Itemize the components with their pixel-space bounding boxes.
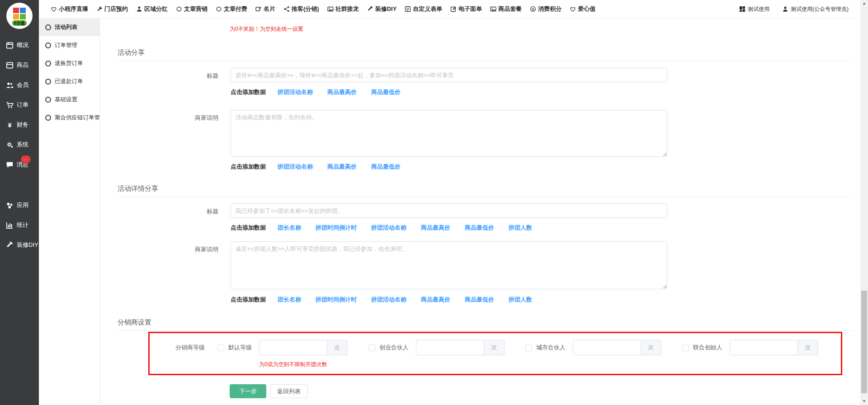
scroll-up-arrow-icon[interactable]: ▲ — [860, 0, 868, 7]
times-input-group: 次 — [416, 340, 505, 355]
account-menu[interactable]: 测试使用(公众号管理员) — [776, 5, 855, 13]
insert-link-min-price[interactable]: 商品最低价 — [371, 163, 401, 171]
insert-link-leader-name[interactable]: 团长名称 — [278, 224, 301, 232]
heart-icon — [51, 6, 57, 12]
insert-link-countdown[interactable]: 拼团时间倒计时 — [316, 224, 357, 232]
share-desc-textarea[interactable] — [231, 110, 667, 157]
radio-circle-icon — [45, 61, 51, 66]
sub-item-label: 活动列表 — [55, 24, 77, 31]
nav-item-referrer-distribution[interactable]: 推客(分销) — [279, 5, 323, 13]
insert-link-group-activity-name[interactable]: 拼团活动名称 — [278, 163, 313, 171]
sub-item-supply-chain-orders[interactable]: 聚合供应链订单管理 — [39, 108, 99, 127]
nav-item-label: 自定义表单 — [413, 5, 442, 13]
checkbox-default-level[interactable] — [217, 344, 224, 351]
checkbox-label: 创业合伙人 — [379, 344, 409, 352]
sub-item-label: 已退款订单 — [55, 78, 83, 85]
insert-link-min-price[interactable]: 商品最低价 — [371, 88, 401, 96]
nav-item-store-booking[interactable]: 门店预约 — [92, 5, 132, 13]
insert-link-max-price[interactable]: 商品最高价 — [327, 163, 357, 171]
nav-item-label: 区域分红 — [144, 5, 168, 13]
scroll-down-arrow-icon[interactable]: ▼ — [860, 398, 868, 405]
sidebar-item-label: 统计 — [17, 221, 28, 229]
nav-item-business-card[interactable]: 名片 — [251, 5, 279, 13]
back-to-list-button[interactable]: 返回列表 — [270, 384, 308, 398]
default-level-times-input[interactable] — [259, 340, 327, 355]
nav-item-label: 文章付费 — [224, 5, 247, 13]
checkbox-label: 默认等级 — [228, 344, 252, 352]
sub-item-order-management[interactable]: 订单管理 — [39, 36, 99, 54]
insert-link-leader-name[interactable]: 团长名称 — [278, 296, 301, 304]
sidebar-item-system[interactable]: 系统 — [0, 135, 39, 155]
vertical-scrollbar[interactable]: ▲ ▼ — [860, 0, 868, 405]
insert-link-group-size[interactable]: 拼团人数 — [509, 296, 532, 304]
insert-link-max-price[interactable]: 商品最高价 — [327, 88, 357, 96]
sidebar-item-statistics[interactable]: 统计 — [0, 215, 39, 235]
nav-item-article-marketing[interactable]: 文章营销 — [172, 5, 212, 13]
insert-link-min-price[interactable]: 商品最低价 — [465, 296, 494, 304]
image-icon — [490, 6, 496, 12]
times-input-group: 次 — [573, 340, 661, 355]
sidebar-item-decorate-diy[interactable]: 装修DIY — [0, 235, 39, 255]
nav-item-e-waybill[interactable]: 电子面单 — [446, 5, 486, 13]
nav-item-group-chain[interactable]: 社群接龙 — [323, 5, 363, 13]
startup-partner-times-input[interactable] — [416, 340, 484, 355]
nav-item-article-pay[interactable]: 文章付费 — [212, 5, 251, 13]
nav-item-consume-points[interactable]: 消费积分 — [526, 5, 566, 13]
insert-link-max-price[interactable]: 商品最高价 — [421, 224, 450, 232]
section-title-activity-share: 活动分享 — [118, 48, 852, 61]
sidebar-item-members[interactable]: 会员 — [0, 75, 39, 95]
insert-link-group-activity-name[interactable]: 拼团活动名称 — [371, 224, 406, 232]
workspace-switcher[interactable]: 测试使用 — [733, 5, 776, 13]
add-data-row: 点击添加数据 拼团活动名称 商品最高价 商品最低价 — [231, 163, 860, 171]
checkbox-startup-partner[interactable] — [368, 344, 375, 351]
sidebar-item-orders[interactable]: 订单 — [0, 95, 39, 115]
next-step-button[interactable]: 下一步 — [230, 384, 266, 398]
nav-item-love-value[interactable]: 爱心值 — [566, 5, 599, 13]
detail-title-input[interactable] — [231, 203, 667, 218]
checkbox-city-partner[interactable] — [525, 344, 532, 351]
share-title-input[interactable] — [231, 68, 667, 82]
bar-chart-icon — [6, 221, 14, 229]
nav-item-decorate-diy[interactable]: 装修DIY — [363, 5, 401, 13]
sub-item-activity-list[interactable]: 活动列表 — [39, 18, 99, 36]
distributor-level-label: 分销商等级 — [150, 344, 205, 352]
sub-item-basic-settings[interactable]: 基础设置 — [39, 90, 99, 108]
insert-link-group-activity-name[interactable]: 拼团活动名称 — [278, 88, 313, 96]
checkbox-label: 城市合伙人 — [536, 344, 566, 352]
sub-item-return-orders[interactable]: 退换货订单 — [39, 54, 99, 72]
detail-desc-textarea[interactable] — [231, 241, 667, 289]
app-root: E企盈 概况 商品 会员 订单 财务 系统 消息… 应用 统计 装修DIY 小程… — [0, 0, 868, 405]
sub-item-refunded-orders[interactable]: 已退款订单 — [39, 72, 99, 90]
distributor-level-row: 分销商等级 默认等级 次 创业合伙人 次 — [150, 340, 841, 355]
insert-link-max-price[interactable]: 商品最高价 — [421, 296, 450, 304]
times-unit-addon: 次 — [484, 340, 505, 355]
insert-link-countdown[interactable]: 拼团时间倒计时 — [316, 296, 357, 304]
co-founder-times-input[interactable] — [730, 340, 798, 355]
circle-icon — [176, 6, 182, 12]
city-partner-times-input[interactable] — [573, 340, 641, 355]
scrollbar-thumb[interactable] — [861, 291, 867, 393]
nav-item-product-package[interactable]: 商品套餐 — [486, 5, 526, 13]
sidebar-item-finance[interactable]: 财务 — [0, 115, 39, 135]
nav-item-region-dividend[interactable]: 区域分红 — [132, 5, 172, 13]
field-label: 商家说明 — [99, 110, 231, 122]
insert-link-min-price[interactable]: 商品最低价 — [465, 224, 494, 232]
sidebar-item-goods[interactable]: 商品 — [0, 55, 39, 75]
nav-item-label: 名片 — [264, 5, 275, 13]
add-data-label: 点击添加数据 — [231, 296, 266, 304]
insert-link-group-activity-name[interactable]: 拼团活动名称 — [371, 296, 406, 304]
nav-item-custom-form[interactable]: 自定义表单 — [401, 5, 446, 13]
checkbox-co-founder[interactable] — [682, 344, 689, 351]
edit-icon — [450, 6, 457, 12]
main-content: 为0不奖励！为空则走统一设置 活动分享 标题 点击添加数据 拼团活动名称 商品最… — [99, 18, 860, 405]
app-logo[interactable]: E企盈 — [6, 3, 33, 29]
nav-item-label: 消费积分 — [538, 5, 561, 13]
add-data-row: 点击添加数据 团长名称 拼团时间倒计时 拼团活动名称 商品最高价 商品最低价 拼… — [231, 224, 860, 232]
sidebar-item-messages[interactable]: 消息… — [0, 155, 39, 174]
logo-text: E企盈 — [12, 20, 27, 26]
sidebar-item-overview[interactable]: 概况 — [0, 35, 39, 55]
nav-item-mini-program-live[interactable]: 小程序直播 — [47, 5, 92, 13]
nav-item-label: 小程序直播 — [59, 5, 88, 13]
insert-link-group-size[interactable]: 拼团人数 — [509, 224, 532, 232]
sidebar-item-apps[interactable]: 应用 — [0, 195, 39, 215]
